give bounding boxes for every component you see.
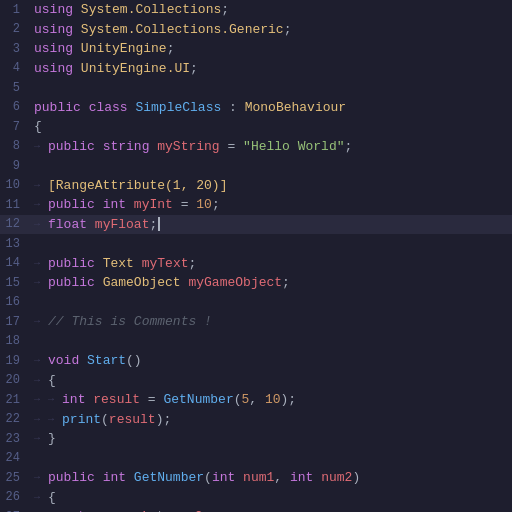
token-fn-name: GetNumber [134,470,204,485]
line-number: 6 [0,100,28,114]
code-line: 5 [0,78,512,98]
token-fn-name: print [62,412,101,427]
code-line: 19→ void Start() [0,351,512,371]
token-num-val: 5 [242,392,250,407]
token-plain: = [173,197,196,212]
token-fn-name: GetNumber [163,392,233,407]
token-num-val: 10 [196,197,212,212]
code-line: 3using UnityEngine; [0,39,512,59]
token-ns-name: UnityEngine [81,41,167,56]
token-plain: ( [101,412,109,427]
line-number: 11 [0,198,28,212]
code-line: 24 [0,449,512,469]
cursor [158,217,160,231]
indent-arrow: → [34,199,46,210]
token-plain: ); [281,392,297,407]
token-var-name: myGameObject [188,275,282,290]
indent-arrow: → [34,219,46,230]
code-line: 6public class SimpleClass : MonoBehaviou… [0,98,512,118]
token-plain: { [48,490,56,505]
token-plain: , [249,392,265,407]
token-plain [87,217,95,232]
token-ns-name: System.Collections [81,2,221,17]
code-line: 1using System.Collections; [0,0,512,20]
token-plain [134,256,142,271]
token-plain: ; [284,22,292,37]
token-plain: { [48,373,56,388]
token-plain [95,139,103,154]
token-plain [85,392,93,407]
line-number: 26 [0,490,28,504]
token-var-name: result [109,412,156,427]
code-line: 4using UnityEngine.UI; [0,59,512,79]
token-kw-public: public [48,275,95,290]
indent-arrow: → [48,394,60,405]
line-number: 17 [0,315,28,329]
token-kw-public: public [48,470,95,485]
token-kw-using: using [34,22,73,37]
token-plain [73,41,81,56]
line-content: → { [28,373,56,388]
token-plain: = [140,392,163,407]
token-plain [313,470,321,485]
token-kw-void: void [48,353,79,368]
token-var-name: num1 [243,470,274,485]
line-content: → void Start() [28,353,142,368]
line-content: using UnityEngine.UI; [28,61,198,76]
line-number: 23 [0,432,28,446]
token-num-val: 10 [265,392,281,407]
token-plain [235,470,243,485]
token-class-name: SimpleClass [135,100,221,115]
line-number: 25 [0,471,28,485]
token-comment: // This is Comments ! [48,314,212,329]
line-content: → [RangeAttribute(1, 20)] [28,178,227,193]
token-plain [95,256,103,271]
code-line: 14→ public Text myText; [0,254,512,274]
code-area: 1using System.Collections;2using System.… [0,0,512,512]
token-plain [95,470,103,485]
code-line: 2using System.Collections.Generic; [0,20,512,40]
line-number: 5 [0,81,28,95]
token-kw-int: string [103,139,150,154]
line-number: 19 [0,354,28,368]
indent-arrow: → [34,394,46,405]
token-kw-int: int [290,470,313,485]
line-number: 16 [0,295,28,309]
token-type-name: Text [103,256,134,271]
line-content: { [28,119,42,134]
token-plain [126,470,134,485]
line-content: → public Text myText; [28,256,196,271]
indent-arrow: → [34,141,46,152]
token-plain [73,2,81,17]
line-number: 2 [0,22,28,36]
code-line: 22→ → print(result); [0,410,512,430]
token-plain: ; [167,41,175,56]
line-content: → { [28,490,56,505]
token-fn-name: Start [87,353,126,368]
line-number: 1 [0,3,28,17]
code-line: 20→ { [0,371,512,391]
token-kw-int: int [103,197,126,212]
line-content: public class SimpleClass : MonoBehaviour [28,100,346,115]
indent-arrow: → [34,492,46,503]
token-plain: ( [234,392,242,407]
token-plain [128,100,136,115]
token-plain [95,197,103,212]
line-content: → public GameObject myGameObject; [28,275,290,290]
token-type-name: GameObject [103,275,181,290]
token-plain: { [34,119,42,134]
code-line: 18 [0,332,512,352]
token-plain: ; [282,275,290,290]
line-content: → // This is Comments ! [28,314,212,329]
token-plain: : [221,100,244,115]
code-line: 7{ [0,117,512,137]
token-kw-using: using [34,2,73,17]
token-kw-public: public [48,197,95,212]
line-content: → → print(result); [28,412,171,427]
token-var-name: result [93,392,140,407]
indent-arrow: → [34,433,46,444]
code-line: 16 [0,293,512,313]
line-content: using UnityEngine; [28,41,174,56]
token-plain: = [220,139,243,154]
token-str-val: "Hello World" [243,139,344,154]
